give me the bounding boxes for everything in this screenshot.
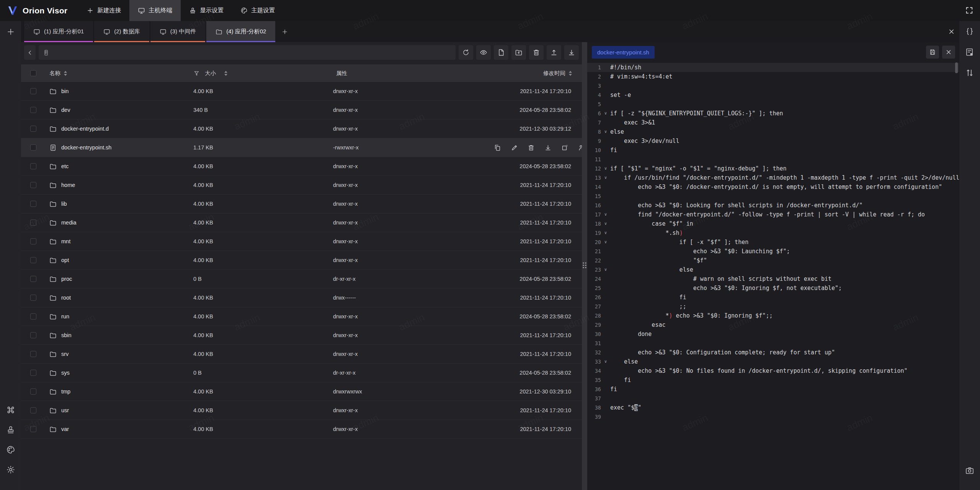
fold-chevron-icon[interactable]: ∨ bbox=[601, 238, 610, 247]
file-row-var[interactable]: var4.00 KBdrwxr-xr-x2021-11-24 17:20:10 bbox=[21, 420, 582, 439]
trash-icon[interactable] bbox=[528, 144, 535, 151]
file-row-usr[interactable]: usr4.00 KBdrwxr-xr-x2021-11-24 17:20:10 bbox=[21, 401, 582, 420]
file-name[interactable]: docker-entrypoint.sh bbox=[46, 144, 193, 151]
column-header-name[interactable]: 名称 bbox=[46, 70, 193, 77]
sort-size[interactable] bbox=[224, 71, 227, 76]
left-rail-palette-button[interactable] bbox=[4, 443, 17, 456]
fold-chevron-icon[interactable]: ∨ bbox=[601, 265, 610, 274]
row-checkbox[interactable] bbox=[30, 163, 36, 169]
file-name[interactable]: opt bbox=[46, 257, 193, 264]
row-checkbox[interactable] bbox=[30, 370, 36, 376]
editor-scrollbar-thumb[interactable] bbox=[955, 62, 958, 73]
file-row-docker-entrypoint.d[interactable]: docker-entrypoint.d4.00 KBdrwxr-xr-x2021… bbox=[21, 120, 582, 138]
back-button[interactable] bbox=[24, 45, 36, 60]
row-checkbox[interactable] bbox=[30, 144, 36, 151]
left-rail-plus-button[interactable] bbox=[4, 25, 17, 38]
column-header-mtime[interactable]: 修改时间 bbox=[494, 70, 582, 77]
right-rail-camera-button[interactable] bbox=[963, 464, 976, 477]
row-checkbox[interactable] bbox=[30, 332, 36, 338]
row-checkbox[interactable] bbox=[30, 313, 36, 320]
refresh-button[interactable] bbox=[459, 45, 473, 60]
fold-chevron-icon[interactable]: ∨ bbox=[601, 210, 610, 219]
file-row-home[interactable]: home4.00 KBdrwxr-xr-x2021-11-24 17:20:10 bbox=[21, 176, 582, 195]
file-row-mnt[interactable]: mnt4.00 KBdrwxr-xr-x2021-11-24 17:20:10 bbox=[21, 232, 582, 251]
file-row-bin[interactable]: bin4.00 KBdrwxr-xr-x2021-11-24 17:20:10 bbox=[21, 82, 582, 101]
new-folder-button[interactable] bbox=[511, 45, 526, 60]
file-name[interactable]: run bbox=[46, 313, 193, 320]
file-row-run[interactable]: run4.00 KBdrwxr-xr-x2024-05-28 23:58:02 bbox=[21, 307, 582, 326]
terminal-tab-3[interactable]: (3) 中间件 bbox=[150, 21, 206, 42]
fold-chevron-icon[interactable]: ∨ bbox=[601, 357, 610, 366]
file-row-srv[interactable]: srv4.00 KBdrwxr-xr-x2021-11-24 17:20:10 bbox=[21, 345, 582, 364]
file-row-proc[interactable]: proc0 Bdr-xr-xr-x2024-05-28 23:58:02 bbox=[21, 270, 582, 288]
eye-button[interactable] bbox=[476, 45, 491, 60]
file-row-dev[interactable]: dev340 Bdrwxr-xr-x2024-05-28 23:58:02 bbox=[21, 101, 582, 120]
fold-chevron-icon[interactable]: ∨ bbox=[601, 164, 610, 173]
editor-file-tab[interactable]: docker-entrypoint.sh bbox=[592, 46, 655, 59]
code-editor[interactable]: 1#!/bin/sh2# vim:sw=4:ts=4:et34set -e56∨… bbox=[587, 62, 959, 490]
right-rail-updown-button[interactable] bbox=[963, 66, 976, 79]
file-row-sbin[interactable]: sbin4.00 KBdrwxr-xr-x2021-11-24 17:20:10 bbox=[21, 326, 582, 345]
row-checkbox[interactable] bbox=[30, 257, 36, 263]
move-icon[interactable] bbox=[561, 144, 568, 151]
row-checkbox[interactable] bbox=[30, 351, 36, 357]
panel-resize-divider[interactable] bbox=[582, 42, 587, 490]
file-row-tmp[interactable]: tmp4.00 KBdrwxrwxrwx2021-12-30 03:29:10 bbox=[21, 382, 582, 401]
file-name[interactable]: srv bbox=[46, 351, 193, 358]
row-checkbox[interactable] bbox=[30, 388, 36, 395]
file-row-media[interactable]: media4.00 KBdrwxr-xr-x2021-11-24 17:20:1… bbox=[21, 213, 582, 232]
fold-chevron-icon[interactable]: ∨ bbox=[601, 219, 610, 228]
file-name[interactable]: dev bbox=[46, 107, 193, 114]
file-row-opt[interactable]: opt4.00 KBdrwxr-xr-x2021-11-24 17:20:10 bbox=[21, 251, 582, 270]
file-row-etc[interactable]: etc4.00 KBdrwxr-xr-x2024-05-28 23:58:02 bbox=[21, 157, 582, 176]
file-name[interactable]: bin bbox=[46, 88, 193, 95]
file-name[interactable]: root bbox=[46, 294, 193, 302]
fold-chevron-icon[interactable]: ∨ bbox=[601, 109, 610, 118]
file-name[interactable]: mnt bbox=[46, 238, 193, 245]
file-row-root[interactable]: root4.00 KBdrwx------2021-11-24 17:20:10 bbox=[21, 288, 582, 307]
terminal-tab-2[interactable]: (2) 数据库 bbox=[94, 21, 149, 42]
terminal-tab-4[interactable]: (4) 应用-分析02 bbox=[206, 21, 275, 42]
file-name[interactable]: proc bbox=[46, 275, 193, 283]
file-name[interactable]: tmp bbox=[46, 388, 193, 395]
row-checkbox[interactable] bbox=[30, 220, 36, 226]
row-checkbox[interactable] bbox=[30, 238, 36, 244]
permission-icon[interactable] bbox=[578, 144, 582, 151]
file-name[interactable]: home bbox=[46, 182, 193, 189]
left-rail-stamp-button[interactable] bbox=[4, 423, 17, 436]
edit-icon[interactable] bbox=[511, 144, 518, 151]
row-checkbox[interactable] bbox=[30, 407, 36, 413]
sort-mtime[interactable] bbox=[569, 71, 572, 76]
sort-name[interactable] bbox=[64, 71, 67, 76]
fullscreen-button[interactable] bbox=[963, 4, 976, 17]
filter-icon[interactable] bbox=[193, 70, 200, 77]
file-name[interactable]: usr bbox=[46, 407, 193, 414]
fold-chevron-icon[interactable]: ∨ bbox=[601, 173, 610, 182]
fold-chevron-icon[interactable]: ∨ bbox=[601, 228, 610, 238]
column-header-size[interactable]: 大小 bbox=[193, 70, 333, 77]
left-rail-gear-button[interactable] bbox=[4, 463, 17, 476]
row-checkbox[interactable] bbox=[30, 182, 36, 188]
fold-chevron-icon[interactable]: ∨ bbox=[601, 127, 610, 136]
copy-icon[interactable] bbox=[494, 144, 501, 151]
new-file-button[interactable] bbox=[494, 45, 508, 60]
trash-button[interactable] bbox=[529, 45, 544, 60]
file-row-sys[interactable]: sys0 Bdr-xr-xr-x2024-05-28 23:58:02 bbox=[21, 364, 582, 382]
right-rail-braces-button[interactable] bbox=[963, 25, 976, 38]
row-checkbox[interactable] bbox=[30, 426, 36, 432]
row-checkbox[interactable] bbox=[30, 88, 36, 94]
row-checkbox[interactable] bbox=[30, 201, 36, 207]
file-row-lib[interactable]: lib4.00 KBdrwxr-xr-x2021-11-24 17:20:10 bbox=[21, 195, 582, 213]
file-name[interactable]: lib bbox=[46, 200, 193, 208]
right-rail-doc-bookmark-button[interactable] bbox=[963, 46, 976, 59]
file-name[interactable]: media bbox=[46, 219, 193, 226]
nav-item-1[interactable]: 主机终端 bbox=[129, 0, 181, 21]
file-row-docker-entrypoint.sh[interactable]: docker-entrypoint.sh1.17 KB-rwxrwxr-x bbox=[21, 138, 582, 157]
new-tab-button[interactable] bbox=[276, 21, 293, 42]
row-checkbox[interactable] bbox=[30, 107, 36, 113]
close-editor-button[interactable] bbox=[942, 46, 955, 59]
nav-item-0[interactable]: 新建连接 bbox=[78, 0, 129, 21]
upload-button[interactable] bbox=[547, 45, 561, 60]
row-checkbox[interactable] bbox=[30, 276, 36, 282]
path-input-box[interactable] bbox=[39, 45, 456, 60]
